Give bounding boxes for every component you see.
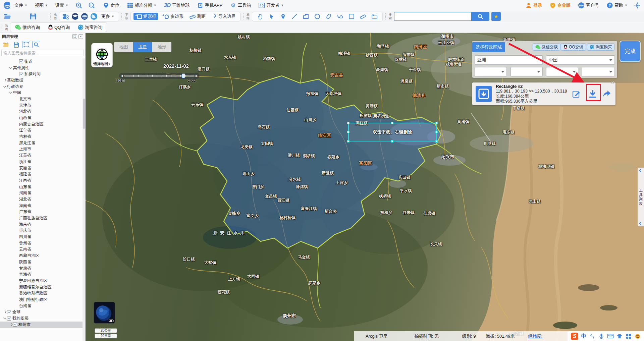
collapse-left-icon[interactable] [639, 222, 643, 225]
pin-draw-icon[interactable] [280, 13, 286, 20]
tree-item[interactable]: 山东省 [0, 184, 83, 190]
timeline-end-icon[interactable]: ▶ [196, 74, 198, 77]
city-select[interactable] [511, 67, 543, 76]
tree-item[interactable]: 甘肃省 [0, 265, 83, 272]
timeline-handle[interactable] [182, 73, 185, 78]
tree-item[interactable]: 浙江省 [0, 159, 83, 165]
sogou-icon[interactable]: S [571, 333, 578, 340]
tree-item[interactable]: 宁夏回族自治区 [0, 278, 83, 284]
mini-globe-3d-toggle[interactable]: 3D [94, 302, 115, 324]
search-input[interactable] [394, 12, 471, 21]
qq-chat-button[interactable]: QQ交谈 [561, 43, 586, 51]
menu-standard-sheet[interactable]: 标准分幅▼ [124, 1, 160, 10]
polyline-shape-icon[interactable] [303, 13, 309, 20]
menu-view[interactable]: 视图▼ [32, 1, 51, 9]
wechat-consult-button[interactable]: 微信咨询 [13, 24, 42, 31]
tree-item[interactable]: 天津市 [0, 102, 83, 109]
tree-item[interactable]: 广东省 [0, 209, 83, 215]
globe-swirl-icon[interactable] [90, 13, 97, 20]
skin-icon[interactable] [616, 333, 623, 339]
square-draw-icon[interactable] [348, 13, 355, 20]
tree-item[interactable]: 行政边界 [0, 83, 83, 90]
marquee-select-icon[interactable] [22, 41, 30, 48]
tree-item[interactable]: 新疆维吾尔自治区 [0, 284, 83, 290]
cursor-icon[interactable] [268, 13, 275, 20]
resize-handle[interactable] [347, 122, 350, 124]
tree-expander-icon[interactable] [9, 91, 13, 95]
tree-expander-icon[interactable] [3, 84, 7, 89]
edit-shape-button[interactable] [572, 90, 581, 98]
resize-handle[interactable] [391, 122, 393, 124]
menu-mobile-app[interactable]: 手机APP [194, 1, 225, 10]
polygon-select-button[interactable]: 多边形 [161, 13, 185, 20]
compass-icon[interactable] [634, 2, 641, 9]
tree-item[interactable]: 安徽省 [0, 165, 83, 171]
taobao-buy-button[interactable]: 淘宝购买 [587, 43, 614, 51]
tree-expander-icon[interactable] [3, 78, 7, 82]
continent-select[interactable]: 亚洲 [475, 55, 543, 65]
enterprise-button[interactable]: 企业版 [546, 1, 574, 10]
menu-3d-globe[interactable]: 3D 三维地球 [161, 1, 193, 9]
float-panel-icon[interactable]: ❏ [72, 34, 77, 39]
tree-item[interactable]: 拍摄时间 [0, 71, 83, 77]
toolbox-grid-icon[interactable] [626, 333, 632, 339]
sidebar-scrollbar[interactable] [83, 58, 85, 341]
tree-item[interactable]: 河北省 [0, 109, 83, 115]
province-select[interactable] [475, 67, 507, 76]
layer-checkbox[interactable] [19, 72, 23, 76]
latlng-link[interactable]: 经纬度: [528, 333, 542, 339]
tree-item[interactable]: 广西壮族自治区 [0, 215, 83, 221]
collapse-left-icon[interactable] [639, 169, 643, 172]
emoji-icon[interactable] [635, 333, 641, 339]
qq-consult-button[interactable]: QQ咨询 [46, 24, 71, 31]
tree-item[interactable]: 重庆市 [0, 228, 83, 234]
tree-item[interactable]: 黑龙江省 [0, 140, 83, 146]
customer-id-button[interactable]: BUY! 客户号 [575, 1, 602, 10]
download-shape-button[interactable] [588, 90, 597, 98]
tree-item[interactable]: 澳门特别行政区 [0, 296, 83, 303]
tool-list-strip[interactable]: 工具列表 [638, 168, 644, 226]
tree-item[interactable]: 我的图层 [0, 315, 83, 322]
tree-item[interactable]: 其他属性 [0, 65, 83, 71]
resize-handle[interactable] [391, 140, 393, 143]
line-draw-icon[interactable] [291, 13, 298, 20]
open-layer-icon[interactable] [2, 41, 10, 48]
resize-handle[interactable] [347, 140, 350, 143]
open-file-icon[interactable] [3, 13, 13, 20]
ime-lang-toggle[interactable]: 中 [581, 333, 586, 339]
tree-item[interactable]: 湖南省 [0, 203, 83, 209]
tree-item[interactable]: 杭州市 [0, 322, 83, 328]
measure-button[interactable]: 测距 [188, 13, 207, 20]
tree-item[interactable]: 基础数据 [0, 77, 83, 83]
help-button[interactable]: ? 帮助▼ [603, 1, 631, 10]
resize-handle[interactable] [435, 140, 438, 143]
tree-item[interactable]: 中国 [0, 90, 83, 96]
zoom-in-icon[interactable] [75, 2, 82, 9]
close-panel-icon[interactable]: × [78, 34, 83, 39]
more-button[interactable]: 更多▼ [100, 13, 116, 20]
ellipse-draw-icon[interactable] [325, 13, 332, 20]
scrollbar-thumb[interactable] [83, 99, 85, 129]
tree-item[interactable]: 吉林省 [0, 133, 83, 140]
menu-developer[interactable]: 开发者▼ [255, 1, 287, 10]
tree-item[interactable]: 内蒙古自治区 [0, 121, 83, 127]
tree-item[interactable]: 湖北省 [0, 196, 83, 203]
annotate-icon[interactable] [371, 13, 378, 20]
rectangle-select-button[interactable]: 矩形框 [133, 13, 158, 20]
taobao-consult-button[interactable]: 淘宝咨询 [76, 24, 104, 31]
tree-expander-icon[interactable] [9, 323, 13, 327]
menu-file[interactable]: 文件▼ [11, 1, 31, 9]
tab-map[interactable]: 地图 [114, 42, 133, 52]
save-layer-icon[interactable] [12, 41, 20, 48]
favorites-button[interactable]: ★ [491, 12, 501, 21]
tree-item[interactable]: 街道 [0, 58, 83, 65]
close-card-icon[interactable]: ✕ [611, 80, 614, 85]
tree-item[interactable]: 台湾省 [0, 303, 83, 309]
tree-item[interactable]: 贵州省 [0, 240, 83, 246]
import-boundary-button[interactable]: 导入边界 [210, 13, 237, 20]
zoom-out-icon[interactable] [88, 2, 95, 9]
earth-light-icon[interactable] [81, 13, 88, 20]
town-select[interactable] [582, 67, 615, 76]
search-button[interactable] [471, 12, 489, 21]
layer-search-icon[interactable] [32, 41, 40, 48]
